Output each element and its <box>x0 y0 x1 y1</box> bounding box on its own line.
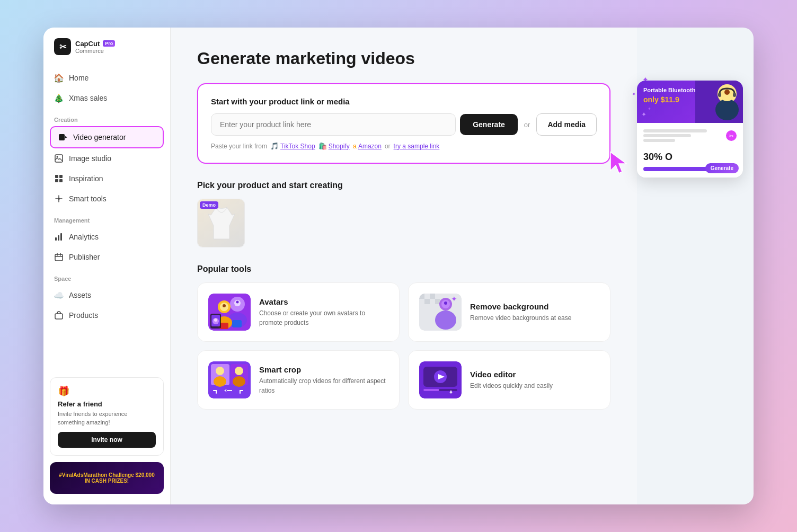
avatar-image <box>208 294 251 331</box>
generate-badge[interactable]: Generate <box>705 163 739 173</box>
svg-rect-36 <box>419 299 424 304</box>
preview-lines <box>643 129 723 142</box>
tool-card-remove-bg[interactable]: ✦ Remove background Remove video backgro… <box>408 282 610 342</box>
sample-link[interactable]: try a sample link <box>394 143 440 150</box>
sidebar-item-publisher[interactable]: Publisher <box>43 247 170 267</box>
sidebar-item-label: Video generator <box>73 133 126 141</box>
smart-tools-icon <box>54 194 64 203</box>
product-grid: Demo <box>197 199 610 247</box>
cursor-arrow <box>605 149 632 176</box>
shopify-platform: 🛍️ Shopify <box>318 142 350 150</box>
svg-rect-34 <box>430 294 435 299</box>
svg-point-5 <box>57 156 58 158</box>
video-editor-name: Video editor <box>470 370 599 379</box>
product-url-input[interactable] <box>211 113 456 136</box>
smart-crop-name: Smart crop <box>259 365 388 374</box>
avatars-thumbnail <box>208 294 251 331</box>
video-generator-icon <box>58 132 68 142</box>
video-editor-info: Video editor Edit videos quickly and eas… <box>470 370 599 391</box>
sidebar-bottom: 🎁 Refer a friend Invite friends to exper… <box>43 377 170 494</box>
sidebar-item-label: Inspiration <box>69 174 103 183</box>
sidebar-item-xmas[interactable]: 🎄 Xmas sales <box>43 88 170 108</box>
tool-card-video-editor[interactable]: Video editor Edit videos quickly and eas… <box>408 350 610 410</box>
preview-link-icon: ✂ <box>726 130 737 141</box>
remove-bg-thumbnail: ✦ <box>419 294 462 331</box>
sidebar-item-products[interactable]: Products <box>43 305 170 325</box>
svg-text:✂: ✂ <box>59 42 67 51</box>
video-editor-desc: Edit videos quickly and easily <box>470 381 599 391</box>
sidebar-item-label: Smart tools <box>69 194 107 203</box>
preview-line-3 <box>643 139 675 142</box>
logo-area: ✂ CapCut Pro Commerce <box>43 38 170 68</box>
sidebar: ✂ CapCut Pro Commerce 🏠 Home 🎄 Xmas sale… <box>43 28 171 504</box>
refer-desc: Invite friends to experience something a… <box>58 410 156 427</box>
image-studio-icon <box>54 154 64 163</box>
sidebar-item-label: Xmas sales <box>69 94 107 102</box>
url-section-title: Start with your product link or media <box>211 97 597 106</box>
sidebar-item-video-generator[interactable]: Video generator <box>50 126 164 148</box>
logo-icon: ✂ <box>54 38 71 55</box>
xmas-icon: 🎄 <box>54 93 64 103</box>
shirt-svg <box>206 205 237 242</box>
logo-text: CapCut Pro Commerce <box>75 40 115 54</box>
svg-rect-2 <box>59 134 65 140</box>
creation-section-label: Creation <box>43 108 170 126</box>
svg-rect-52 <box>227 390 232 391</box>
svg-rect-65 <box>733 93 736 97</box>
sidebar-item-analytics[interactable]: Analytics <box>43 227 170 247</box>
home-icon: 🏠 <box>54 73 64 83</box>
svg-rect-25 <box>220 323 228 329</box>
preview-body: ✂ Generate 30% O <box>637 123 743 178</box>
sparkle-2: ✦ <box>632 91 636 97</box>
sidebar-item-smart-tools[interactable]: Smart tools <box>43 189 170 209</box>
product-card-demo[interactable]: Demo <box>197 199 245 247</box>
generate-button[interactable]: Generate <box>460 114 518 135</box>
sidebar-item-home[interactable]: 🏠 Home <box>43 68 170 88</box>
svg-point-50 <box>235 367 243 375</box>
svg-rect-4 <box>55 155 63 162</box>
avatars-desc: Choose or create your own avatars to pro… <box>259 308 388 327</box>
svg-rect-14 <box>55 254 63 261</box>
pro-badge: Pro <box>103 40 115 47</box>
preview-sparkle-2: ✦ <box>648 103 651 112</box>
app-subname: Commerce <box>75 48 115 54</box>
refer-title: Refer a friend <box>58 400 156 408</box>
sidebar-item-image-studio[interactable]: Image studio <box>43 148 170 169</box>
sidebar-item-label: Home <box>69 74 88 82</box>
analytics-icon <box>54 232 64 242</box>
amazon-platform: a Amazon <box>353 142 382 150</box>
svg-rect-15 <box>55 314 63 319</box>
assets-icon: ☁️ <box>54 290 64 300</box>
invite-button[interactable]: Invite now <box>58 432 156 448</box>
svg-rect-37 <box>424 299 430 304</box>
preview-controls: ✂ <box>643 129 737 142</box>
sidebar-item-assets[interactable]: ☁️ Assets <box>43 285 170 305</box>
page-title: Generate marketing videos <box>197 49 610 68</box>
sidebar-item-label: Image studio <box>69 154 111 163</box>
main-content: Generate marketing videos Start with you… <box>171 28 637 504</box>
svg-rect-64 <box>718 93 721 97</box>
sidebar-item-label: Products <box>69 311 98 320</box>
promo-banner[interactable]: #ViralAdsMarathon Challenge $20,000 IN C… <box>50 462 164 494</box>
svg-point-24 <box>236 301 239 304</box>
svg-point-41 <box>435 311 456 330</box>
svg-rect-6 <box>55 175 58 178</box>
tool-card-smart-crop[interactable]: Smart crop Automatically crop videos for… <box>197 350 400 410</box>
publisher-icon <box>54 252 64 262</box>
svg-point-43 <box>444 302 447 305</box>
svg-rect-12 <box>58 235 59 241</box>
sidebar-item-inspiration[interactable]: Inspiration <box>43 169 170 189</box>
pick-product-title: Pick your product and start creating <box>197 181 610 190</box>
products-icon <box>54 311 64 320</box>
tool-card-avatars[interactable]: Avatars Choose or create your own avatar… <box>197 282 400 342</box>
svg-point-47 <box>216 367 224 375</box>
tiktok-platform: 🎵 TikTok Shop <box>270 142 315 150</box>
add-media-button[interactable]: Add media <box>536 113 597 136</box>
sidebar-item-label: Analytics <box>69 233 99 241</box>
svg-text:✦: ✦ <box>451 295 457 303</box>
tools-grid-row1: Avatars Choose or create your own avatar… <box>197 282 610 342</box>
paste-hint: Paste your link from 🎵 TikTok Shop 🛍️ Sh… <box>211 142 597 150</box>
smart-crop-desc: Automatically crop videos for different … <box>259 376 388 395</box>
inspiration-icon <box>54 174 64 183</box>
discount-text: 30% O <box>643 152 737 163</box>
